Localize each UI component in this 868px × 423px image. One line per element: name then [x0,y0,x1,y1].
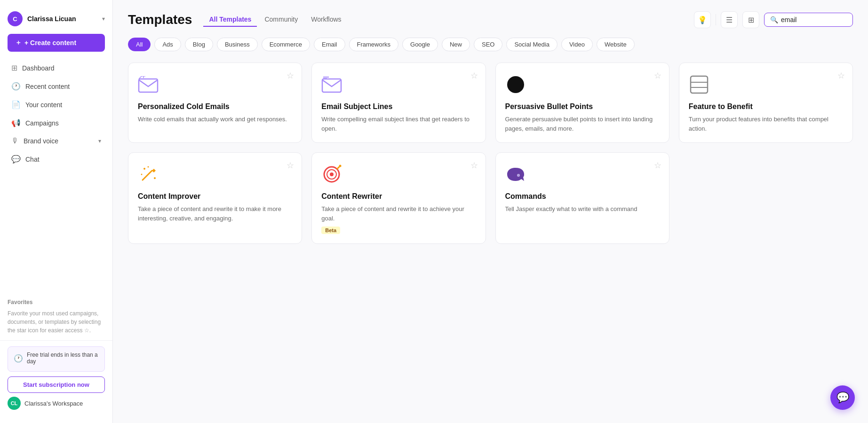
document-icon: 📄 [11,100,21,109]
card-desc: Take a piece of content and rewrite it t… [138,204,292,223]
start-subscription-button[interactable]: Start subscription now [8,376,105,393]
tab-community[interactable]: Community [259,13,303,27]
chevron-down-icon: ▾ [102,16,105,22]
svg-line-12 [143,171,152,180]
sidebar-item-your-content[interactable]: 📄 Your content [4,96,109,113]
star-icon[interactable]: ☆ [287,70,294,81]
svg-point-16 [148,166,149,168]
card-content-rewriter[interactable]: ☆ Content Rewriter Take a piece of conte… [311,152,486,244]
card-content-improver[interactable]: ☆ Content Improver Take a piece of conte… [128,152,302,244]
filter-google[interactable]: Google [402,38,438,51]
filter-row: All Ads Blog Business Ecommerce Email Fr… [128,38,853,51]
card-title: Content Rewriter [321,192,476,201]
campaigns-icon: 📢 [11,118,21,127]
card-desc: Tell Jasper exactly what to write with a… [505,204,660,214]
star-icon[interactable]: ☆ [837,70,845,81]
list-view-button[interactable]: ☰ [721,11,738,28]
lightbulb-button[interactable]: 💡 [694,11,711,28]
svg-line-21 [337,167,339,169]
search-input[interactable] [781,16,847,24]
svg-marker-13 [152,169,156,172]
dashboard-icon: ⊞ [11,63,17,72]
filter-ads[interactable]: Ads [154,38,181,51]
search-box: 🔍 [764,13,853,27]
card-persuasive-bullet-points[interactable]: ☆ Persuasive Bullet Points Generate pers… [495,63,669,143]
chat-fab-button[interactable]: 💬 [830,385,855,410]
filter-website[interactable]: Website [597,38,635,51]
card-feature-to-benefit[interactable]: ☆ Feature to Benefit Turn your product f… [679,63,853,143]
user-avatar: C [8,11,23,26]
workspace-name: Clarissa's Workspace [24,400,83,407]
header-left: Templates All Templates Community Workfl… [128,12,347,27]
card-desc: Take a piece of content and rewrite it t… [321,204,476,223]
sidebar-item-chat[interactable]: 💬 Chat [4,150,109,168]
card-icon [689,74,709,95]
tab-all-templates[interactable]: All Templates [203,13,257,27]
filter-video[interactable]: Video [561,38,593,51]
filter-business[interactable]: Business [217,38,258,51]
beta-badge: Beta [321,227,340,234]
card-icon [321,164,342,185]
page-title: Templates [128,12,192,27]
header-right: 💡 ☰ ⊞ 🔍 [694,11,853,28]
card-title: Email Subject Lines [321,102,476,111]
card-commands[interactable]: ☆ Commands Tell Jasper exactly what to w… [495,152,669,244]
svg-point-20 [330,172,334,176]
svg-rect-0 [139,79,158,92]
svg-point-15 [154,177,156,179]
star-icon[interactable]: ☆ [654,70,661,81]
svg-point-24 [518,175,519,176]
trial-box: 🕐 Free trial ends in less than a day [8,346,105,372]
filter-all[interactable]: All [128,38,151,51]
card-title: Personalized Cold Emails [138,102,292,111]
workspace-avatar: CL [8,397,21,410]
card-icon [321,74,342,95]
svg-point-14 [143,168,145,170]
card-personalized-cold-emails[interactable]: ☆ Personalized Cold Emails Write cold em… [128,63,302,143]
filter-ecommerce[interactable]: Ecommerce [262,38,310,51]
card-icon [505,164,526,185]
create-content-button[interactable]: ＋ + Create content [8,34,105,52]
card-email-subject-lines[interactable]: ☆ Email Subject Lines Write compelling e… [311,63,486,143]
favorites-title: Favorites [8,299,105,306]
chat-icon: 💬 [11,155,21,164]
list-icon: ☰ [726,16,733,24]
card-desc: Turn your product features into benefits… [689,115,843,133]
chat-fab-icon: 💬 [836,392,849,404]
filter-blog[interactable]: Blog [185,38,213,51]
tab-workflows[interactable]: Workflows [305,13,347,27]
filter-frameworks[interactable]: Frameworks [349,38,399,51]
star-icon[interactable]: ☆ [654,160,661,171]
sidebar-footer: 🕐 Free trial ends in less than a day Sta… [0,340,112,415]
star-icon[interactable]: ☆ [470,160,478,171]
sidebar: C Clarissa Licuan ▾ ＋ + Create content ⊞… [0,0,113,423]
star-icon[interactable]: ☆ [470,70,478,81]
workspace-row: CL Clarissa's Workspace [8,393,105,410]
sidebar-item-dashboard[interactable]: ⊞ Dashboard [4,59,109,77]
main-header: Templates All Templates Community Workfl… [128,11,853,28]
sidebar-item-recent-content[interactable]: 🕐 Recent content [4,78,109,95]
card-desc: Generate persuasive bullet points to ins… [505,115,660,133]
sidebar-item-brand-voice[interactable]: 🎙 Brand voice ▾ [4,133,109,149]
card-desc: Write cold emails that actually work and… [138,115,292,124]
grid-icon: ⊞ [748,16,754,24]
card-title: Content Improver [138,192,292,201]
filter-seo[interactable]: SEO [474,38,502,51]
card-title: Feature to Benefit [689,102,843,111]
card-icon [505,74,526,95]
card-icon [138,164,159,185]
filter-email[interactable]: Email [314,38,345,51]
sidebar-item-campaigns[interactable]: 📢 Campaigns [4,114,109,132]
main-content: Templates All Templates Community Workfl… [113,0,868,423]
divider [716,14,716,25]
user-menu[interactable]: C Clarissa Licuan ▾ [0,8,112,34]
lightbulb-icon: 💡 [698,16,707,24]
grid-view-button[interactable]: ⊞ [742,11,759,28]
filter-social-media[interactable]: Social Media [506,38,557,51]
sidebar-nav: ⊞ Dashboard 🕐 Recent content 📄 Your cont… [0,59,112,293]
card-title: Commands [505,192,660,201]
filter-new[interactable]: New [442,38,470,51]
star-icon[interactable]: ☆ [287,160,294,171]
cards-grid: ☆ Personalized Cold Emails Write cold em… [128,63,853,244]
card-desc: Write compelling email subject lines tha… [321,115,476,133]
